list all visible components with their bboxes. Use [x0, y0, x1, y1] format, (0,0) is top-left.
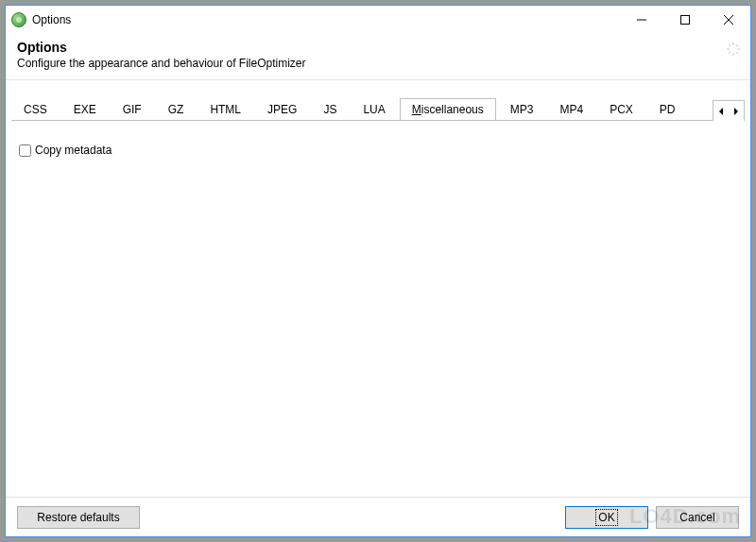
copy-metadata-label: Copy metadata [35, 144, 112, 157]
tab-mp3[interactable]: MP3 [498, 98, 546, 120]
copy-metadata-row[interactable]: Copy metadata [19, 144, 737, 157]
tab-list: CSS EXE GIF GZ HTML JPEG JS LUA Miscella… [11, 97, 713, 120]
app-icon [11, 12, 26, 27]
cursor-icon [726, 42, 741, 59]
ok-button[interactable]: OK [565, 506, 648, 529]
svg-line-6 [736, 52, 738, 54]
tab-pcx[interactable]: PCX [597, 98, 645, 120]
tab-mp4[interactable]: MP4 [547, 98, 595, 120]
tab-content: Copy metadata [6, 121, 750, 179]
restore-defaults-button[interactable]: Restore defaults [17, 506, 140, 529]
button-bar: Restore defaults OK Cancel [6, 497, 750, 536]
tab-scroll [713, 100, 745, 121]
minimize-button[interactable] [620, 6, 663, 34]
tab-js[interactable]: JS [311, 98, 349, 120]
tab-gz[interactable]: GZ [156, 98, 197, 120]
tab-strip: CSS EXE GIF GZ HTML JPEG JS LUA Miscella… [11, 97, 745, 121]
window-controls [620, 6, 750, 34]
tab-css[interactable]: CSS [11, 98, 60, 120]
tab-miscellaneous[interactable]: Miscellaneous [400, 98, 496, 120]
tab-lua[interactable]: LUA [351, 98, 397, 120]
window-title: Options [32, 13, 71, 26]
app-window: Options Options Configure the appearance… [5, 5, 751, 537]
svg-line-5 [729, 44, 730, 46]
tab-scroll-left-button[interactable] [715, 108, 727, 115]
tab-html[interactable]: HTML [198, 98, 253, 120]
cancel-button[interactable]: Cancel [656, 506, 739, 529]
header: Options Configure the appearance and beh… [6, 34, 750, 79]
tab-exe[interactable]: EXE [61, 98, 109, 120]
svg-rect-0 [681, 16, 690, 25]
tab-gif[interactable]: GIF [111, 98, 154, 120]
page-subtitle: Configure the appearance and behaviour o… [17, 57, 739, 70]
divider [6, 79, 750, 80]
svg-line-7 [736, 44, 738, 46]
maximize-button[interactable] [663, 6, 707, 34]
tab-scroll-right-button[interactable] [730, 108, 742, 115]
tab-pdf-partial[interactable]: PD [647, 98, 679, 120]
tab-jpeg[interactable]: JPEG [255, 98, 309, 120]
page-title: Options [17, 40, 739, 55]
svg-line-8 [729, 52, 730, 54]
titlebar[interactable]: Options [6, 6, 750, 34]
close-button[interactable] [707, 6, 750, 34]
copy-metadata-checkbox[interactable] [19, 144, 31, 157]
